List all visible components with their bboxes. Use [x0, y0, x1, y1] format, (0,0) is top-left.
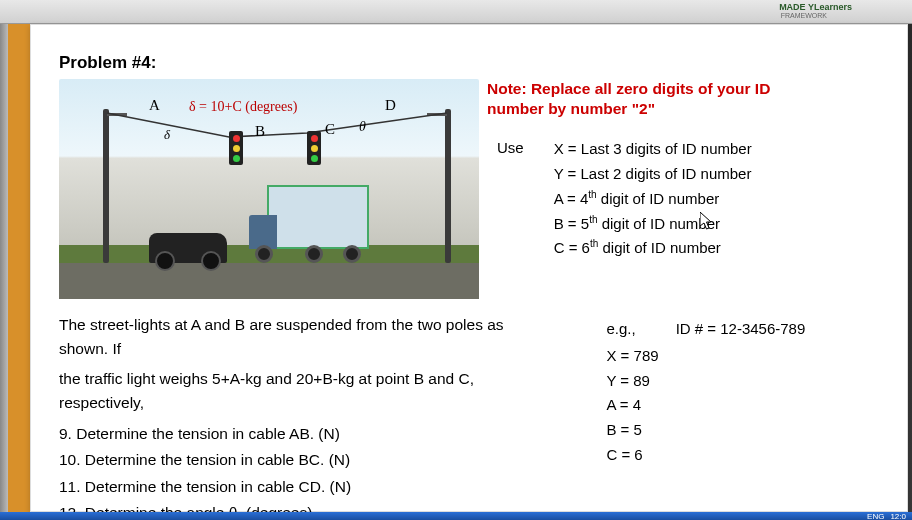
- traffic-light-c: [307, 131, 321, 165]
- tray-clock[interactable]: 12:0: [890, 512, 906, 521]
- truck-box: [267, 185, 369, 249]
- app-brand: MADE YLearners: [779, 2, 852, 12]
- note-column: Note: Replace all zero digits of your ID…: [487, 79, 885, 261]
- example-label: e.g.,: [606, 317, 635, 342]
- diagram-delta-angle: δ: [164, 127, 170, 143]
- wheel-icon: [305, 245, 323, 263]
- top-row: A D B C δ = 10+C (degrees) δ θ Note: Rep…: [59, 79, 885, 299]
- question-11: 11. Determine the tension in cable CD. (…: [59, 474, 556, 500]
- wheel-icon: [343, 245, 361, 263]
- example-header: e.g., ID # = 12-3456-789: [606, 317, 885, 342]
- lamp-yellow-icon: [233, 145, 240, 152]
- lamp-green-icon: [311, 155, 318, 162]
- use-block: Use X = Last 3 digits of ID number Y = L…: [497, 137, 885, 261]
- question-list: 9. Determine the tension in cable AB. (N…: [59, 421, 556, 520]
- use-c: C = 6th digit of ID number: [554, 236, 752, 261]
- note-line: number by number "2": [487, 99, 885, 119]
- body-row: The street-lights at A and B are suspend…: [59, 313, 885, 520]
- example-y: Y = 89: [606, 369, 885, 394]
- question-9: 9. Determine the tension in cable AB. (N…: [59, 421, 556, 447]
- diagram-road: [59, 263, 479, 299]
- diagram-delta-expression: δ = 10+C (degrees): [189, 99, 297, 115]
- use-y: Y = Last 2 digits of ID number: [554, 162, 752, 187]
- app-subtitle: FRAMEWORK: [781, 12, 827, 19]
- example-c: C = 6: [606, 443, 885, 468]
- note-line: Note: Replace all zero digits of your ID: [487, 79, 885, 99]
- use-definitions: X = Last 3 digits of ID number Y = Last …: [554, 137, 752, 261]
- example-a: A = 4: [606, 393, 885, 418]
- lamp-green-icon: [233, 155, 240, 162]
- use-x: X = Last 3 digits of ID number: [554, 137, 752, 162]
- problem-description-line: The street-lights at A and B are suspend…: [59, 313, 556, 361]
- problem-diagram: A D B C δ = 10+C (degrees) δ θ: [59, 79, 479, 299]
- question-10: 10. Determine the tension in cable BC. (…: [59, 447, 556, 473]
- diagram-label-D: D: [385, 97, 396, 114]
- document-page: Problem #4:: [30, 24, 908, 512]
- example-x: X = 789: [606, 344, 885, 369]
- example-block: e.g., ID # = 12-3456-789 X = 789 Y = 89 …: [606, 313, 885, 520]
- lamp-red-icon: [233, 135, 240, 142]
- system-tray[interactable]: ENG 12:0: [867, 512, 906, 520]
- problem-title: Problem #4:: [59, 53, 885, 73]
- car-icon: [149, 233, 227, 263]
- example-b: B = 5: [606, 418, 885, 443]
- traffic-light-b: [229, 131, 243, 165]
- wheel-icon: [255, 245, 273, 263]
- diagram-theta-angle: θ: [359, 119, 366, 135]
- problem-description-line: the traffic light weighs 5+A-kg and 20+B…: [59, 367, 556, 415]
- page-margin-stripe: [8, 24, 30, 512]
- diagram-label-A: A: [149, 97, 160, 114]
- use-label: Use: [497, 137, 524, 261]
- lamp-red-icon: [311, 135, 318, 142]
- use-a: A = 4th digit of ID number: [554, 187, 752, 212]
- problem-body: The street-lights at A and B are suspend…: [59, 313, 556, 520]
- truck-icon: [249, 185, 369, 263]
- example-id: ID # = 12-3456-789: [676, 317, 806, 342]
- truck-cab: [249, 215, 277, 249]
- id-replacement-note: Note: Replace all zero digits of your ID…: [487, 79, 885, 119]
- window-titlebar: MADE YLearners FRAMEWORK: [0, 0, 912, 24]
- page-edge-shadow: [0, 24, 8, 512]
- lamp-yellow-icon: [311, 145, 318, 152]
- taskbar[interactable]: ENG 12:0: [0, 512, 912, 520]
- cable-path: [107, 113, 447, 143]
- use-b: B = 5th digit of ID number: [554, 212, 752, 237]
- diagram-label-C: C: [325, 121, 335, 138]
- diagram-label-B: B: [255, 123, 265, 140]
- tray-language[interactable]: ENG: [867, 512, 884, 521]
